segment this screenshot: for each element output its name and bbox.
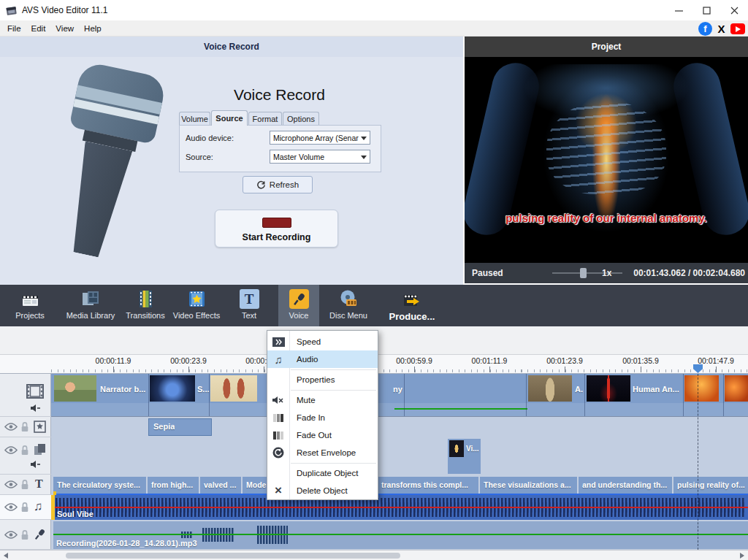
disc-menu-icon [339,289,359,309]
toolbar-voice[interactable]: Voice [278,285,319,326]
clip-thumbnail-skeleton [528,375,572,402]
text-clip[interactable]: These visualizations a... [480,477,577,494]
minimize-button[interactable] [665,0,692,20]
track-audio-mute-icon[interactable] [31,404,41,412]
refresh-button[interactable]: Refresh [243,176,313,193]
tab-format[interactable]: Format [248,112,282,126]
transitions-icon [136,289,156,309]
source-select[interactable]: Master Volume [270,150,370,164]
facebook-icon[interactable]: f [698,22,712,36]
clip-thumbnail-brain [150,375,195,402]
eye-icon[interactable] [4,480,18,488]
effect-clip-sepia[interactable]: Sepia [148,418,212,436]
audio-device-select[interactable]: Microphone Array (Senar [270,131,370,145]
context-menu-reset-envelope[interactable]: Reset Envelope [267,444,378,461]
track-audio-mute-icon[interactable] [31,461,41,468]
lock-icon[interactable] [20,479,29,490]
lock-icon[interactable] [20,445,29,456]
menu-file[interactable]: File [2,24,26,33]
title-bar: AVS Video Editor 11.1 [0,0,748,20]
lock-icon[interactable] [20,421,29,432]
voice-clip-recording[interactable]: Recording(2026-01-28_14.28.01).mp3 [53,521,748,549]
lock-icon[interactable] [20,502,29,513]
toolbar-disc-menu[interactable]: Disc Menu [325,285,372,326]
main-toolbar: Projects Media Library Transitions Video… [0,285,748,326]
project-panel-title: Project [465,37,748,57]
toolbar-projects[interactable]: Projects [4,285,56,326]
scrollbar-thumb[interactable] [66,553,400,559]
context-menu: Speed ♫ Audio Properties Mute Fade In Fa… [267,330,378,500]
context-menu-mute[interactable]: Mute [267,391,378,409]
menu-help[interactable]: Help [79,24,107,33]
scroll-left-arrow[interactable] [1,552,10,559]
toolbar-produce[interactable]: Produce... [378,285,446,326]
tab-source[interactable]: Source [211,110,248,126]
mute-icon [271,393,286,407]
text-clip[interactable]: pulsing reality of... [673,477,748,494]
audio-icon: ♫ [271,352,286,367]
volume-envelope[interactable] [394,408,527,410]
menu-view[interactable]: View [50,24,79,33]
rate-slider-handle[interactable] [580,268,587,278]
video-clip[interactable]: Narrator b... S... ny A. Human An... [51,374,748,403]
eye-icon[interactable] [4,503,18,511]
context-menu-properties[interactable]: Properties [267,371,378,388]
menu-edit[interactable]: Edit [26,24,51,33]
reset-envelope-icon [271,445,286,460]
context-menu-fade-in[interactable]: Fade In [267,409,378,426]
context-menu-audio[interactable]: ♫ Audio [267,350,378,368]
context-menu-fade-out[interactable]: Fade Out [267,426,378,444]
text-clip[interactable]: The circulatory syste... [53,477,146,494]
audio-volume-envelope[interactable] [51,507,748,508]
rate-slider-track[interactable] [552,272,622,274]
close-button[interactable] [720,0,748,20]
scroll-right-arrow[interactable] [738,552,747,559]
refresh-icon [256,180,266,190]
context-menu-duplicate-object[interactable]: Duplicate Object [267,464,378,482]
context-menu-delete-object[interactable]: × Delete Object [267,482,378,499]
xray-ribs [546,101,666,194]
clip-thumbnail-narrator [54,375,96,402]
voice-track-icon [34,529,45,540]
toolbar-transitions[interactable]: Transitions [121,285,170,326]
subtitle-caption: pulsing reality of our internal anatomy. [465,212,748,224]
lock-icon[interactable] [20,529,29,540]
clip-thumbnail-vessels [587,375,630,402]
toolbar-media-library[interactable]: Media Library [62,285,119,326]
text-clip[interactable]: valved ... [200,477,241,494]
overlay-clip[interactable]: Vi... [448,439,481,474]
audio-clip-soul-vibe[interactable]: Soul Vibe [51,495,748,520]
context-menu-speed[interactable]: Speed [267,333,378,350]
voice-record-panel: Voice Record Voice Record Volume Source … [0,37,463,285]
x-icon[interactable]: X [714,22,728,36]
text-clip[interactable]: and understanding th... [579,477,672,494]
voice-volume-envelope[interactable] [53,534,748,535]
app-icon [6,4,18,16]
video-preview: pulsing reality of our internal anatomy. [465,57,748,263]
youtube-icon[interactable] [730,23,745,34]
delete-icon: × [271,483,286,498]
toolbar-video-effects[interactable]: Video Effects [170,285,223,326]
tab-volume[interactable]: Volume [179,112,210,126]
voice-record-heading: Voice Record [179,86,380,104]
projects-icon [20,289,40,309]
text-track-icon: T [35,477,43,491]
toolbar-text[interactable]: T Text [229,285,270,326]
playhead-line[interactable] [698,374,698,550]
video-effects-icon [187,289,207,309]
overlay-track-header [0,437,51,475]
start-recording-button[interactable]: Start Recording [215,210,338,248]
voice-track-header [0,520,51,550]
chevron-down-icon [361,137,367,140]
maximize-button[interactable] [692,0,720,20]
eye-icon[interactable] [4,531,18,539]
preview-transport-bar: Paused 1x 00:01:43.062 / 00:02:04.680 [465,263,748,283]
microphone-illustration [22,56,205,272]
eye-icon[interactable] [4,423,18,431]
tab-options[interactable]: Options [283,112,319,126]
video-audio-subtrack[interactable] [51,403,748,416]
eye-icon[interactable] [4,446,18,454]
horizontal-scrollbar[interactable] [0,550,748,560]
text-clip[interactable]: from high... [148,477,199,494]
time-display: 00:01:43.062 / 00:02:04.680 [633,268,745,278]
